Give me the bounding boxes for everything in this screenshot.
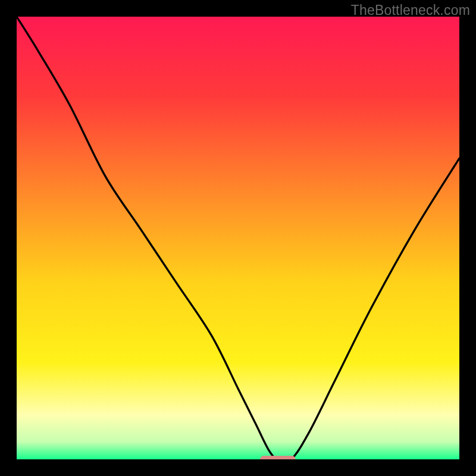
min-marker bbox=[260, 456, 296, 459]
bottleneck-chart bbox=[17, 17, 459, 459]
chart-background bbox=[17, 17, 459, 459]
chart-frame: TheBottleneck.com bbox=[0, 0, 476, 476]
watermark-text: TheBottleneck.com bbox=[351, 2, 470, 18]
